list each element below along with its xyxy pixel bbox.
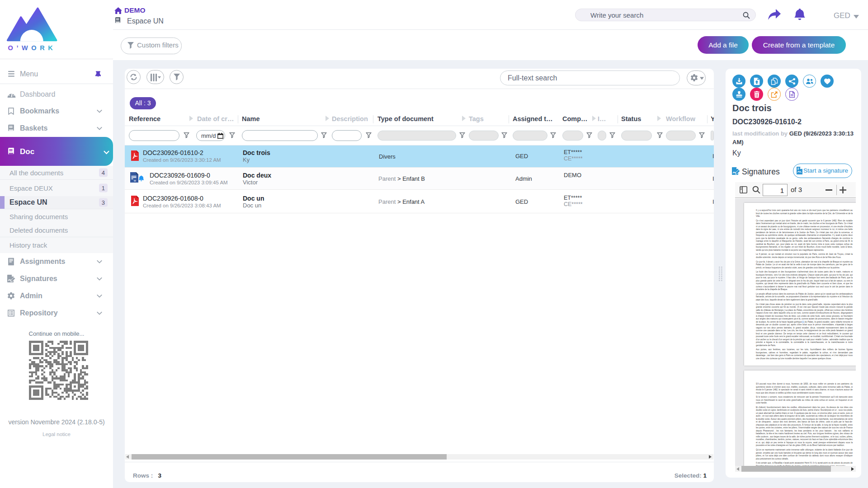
svg-text:O’WORK: O’WORK	[8, 44, 57, 52]
svg-text:w: w	[133, 179, 136, 182]
